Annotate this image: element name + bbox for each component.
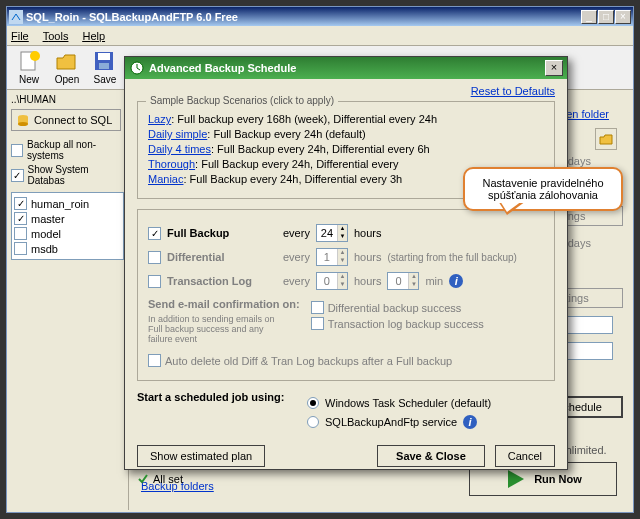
- info-icon[interactable]: i: [463, 415, 477, 429]
- close-button[interactable]: ×: [615, 10, 631, 24]
- titlebar: SQL_Roin - SQLBackupAndFTP 6.0 Free _ □ …: [7, 7, 633, 26]
- window-title: SQL_Roin - SQLBackupAndFTP 6.0 Free: [26, 11, 581, 23]
- sidebar: ..\HUMAN Connect to SQL Backup all non-s…: [7, 90, 129, 510]
- db-list: ✓human_roin ✓master model msdb: [11, 192, 124, 260]
- list-item[interactable]: model: [14, 227, 121, 240]
- maximize-button[interactable]: □: [598, 10, 614, 24]
- chk-non-systems[interactable]: [11, 144, 23, 157]
- scenario-daily-simple[interactable]: Daily simple: [148, 128, 207, 140]
- scenario-maniac[interactable]: Maniac: [148, 173, 183, 185]
- toolbar-save[interactable]: Save: [87, 50, 123, 85]
- list-item[interactable]: ✓human_roin: [14, 197, 121, 210]
- full-hours-spinner[interactable]: 24▲▼: [316, 224, 348, 242]
- chk-show-system[interactable]: ✓: [11, 169, 24, 182]
- scenario-thorough[interactable]: Thorough: [148, 158, 195, 170]
- chk-tlog-success[interactable]: [311, 317, 324, 330]
- toolbar-open[interactable]: Open: [49, 50, 85, 85]
- menu-file[interactable]: File: [11, 30, 29, 42]
- callout-tooltip: Nastavenie pravidelného spúšťania záloho…: [463, 167, 623, 211]
- dialog-close-button[interactable]: ×: [545, 60, 563, 76]
- path-label: ..\HUMAN: [11, 94, 124, 105]
- scenario-lazy[interactable]: Lazy: [148, 113, 171, 125]
- chk-differential[interactable]: [148, 251, 161, 264]
- check-icon: [137, 473, 149, 485]
- scenario-daily4[interactable]: Daily 4 times: [148, 143, 211, 155]
- menu-help[interactable]: Help: [82, 30, 105, 42]
- all-set-status: All set: [137, 473, 555, 485]
- svg-point-2: [30, 51, 40, 61]
- folder-button[interactable]: [595, 128, 617, 150]
- svg-rect-5: [99, 63, 109, 69]
- start-using-label: Start a scheduled job using:: [137, 391, 287, 435]
- toolbar-new[interactable]: New: [11, 50, 47, 85]
- svg-rect-4: [98, 53, 110, 60]
- advanced-backup-dialog: Advanced Backup Schedule × Reset to Defa…: [124, 56, 568, 470]
- app-icon: [9, 10, 23, 24]
- schedule-fieldset: ✓ Full Backup every 24▲▼ hours Different…: [137, 209, 555, 381]
- new-icon: [17, 50, 41, 74]
- db-icon: [16, 113, 30, 127]
- list-item[interactable]: msdb: [14, 242, 121, 255]
- radio-service[interactable]: [307, 416, 319, 428]
- open-icon: [55, 50, 79, 74]
- svg-rect-0: [9, 10, 23, 24]
- chk-tlog[interactable]: [148, 275, 161, 288]
- chk-full-backup[interactable]: ✓: [148, 227, 161, 240]
- tlog-hours-spinner[interactable]: 0▲▼: [316, 272, 348, 290]
- connect-button[interactable]: Connect to SQL: [11, 109, 121, 131]
- chk-auto-delete[interactable]: [148, 354, 161, 367]
- scenarios-legend: Sample Backup Scenarios (click to apply): [146, 95, 338, 106]
- radio-wts[interactable]: [307, 397, 319, 409]
- list-item[interactable]: ✓master: [14, 212, 121, 225]
- chk-diff-success[interactable]: [311, 301, 324, 314]
- cancel-button[interactable]: Cancel: [495, 445, 555, 467]
- diff-hours-spinner[interactable]: 1▲▼: [316, 248, 348, 266]
- save-close-button[interactable]: Save & Close: [377, 445, 485, 467]
- show-plan-button[interactable]: Show estimated plan: [137, 445, 265, 467]
- menubar: File Tools Help: [7, 26, 633, 46]
- info-icon[interactable]: i: [449, 274, 463, 288]
- menu-tools[interactable]: Tools: [43, 30, 69, 42]
- clock-icon: [129, 60, 145, 76]
- minimize-button[interactable]: _: [581, 10, 597, 24]
- svg-point-8: [18, 122, 28, 126]
- dialog-titlebar: Advanced Backup Schedule ×: [125, 57, 567, 79]
- dialog-title: Advanced Backup Schedule: [149, 62, 296, 74]
- save-icon: [93, 50, 117, 74]
- tlog-min-spinner[interactable]: 0▲▼: [387, 272, 419, 290]
- folder-icon: [599, 133, 613, 145]
